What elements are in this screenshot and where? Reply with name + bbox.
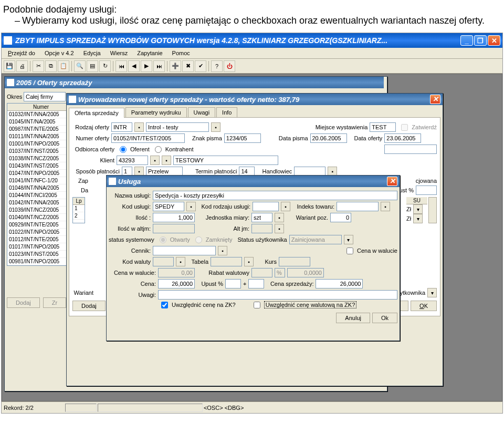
tab-info[interactable]: Info [216,107,237,117]
list-item[interactable]: 01045/INT/NA/2005 [7,118,75,126]
tb-commit-icon[interactable]: ✔ [195,60,206,72]
data-oferty-input[interactable] [384,133,421,143]
tb-cut-icon[interactable]: ✂ [33,60,44,72]
oferent-radio[interactable] [120,146,127,153]
cennik-input[interactable] [153,246,216,255]
rodzaj-input[interactable] [111,122,132,132]
tb-refresh-icon[interactable]: ↻ [99,60,111,72]
menu-przejdz[interactable]: Przejdź do [4,49,39,57]
klient-input[interactable] [117,156,148,165]
dodaj-button[interactable]: Dodaj [7,297,40,308]
list-item[interactable]: 01037/INT/NST/2005 [7,148,75,155]
lov-button[interactable]: ▪ [150,156,160,165]
anuluj-button[interactable]: Anuluj [336,313,370,323]
tb-prev-icon[interactable]: ◀ [128,60,140,72]
uwagi-input[interactable] [158,290,397,300]
tab-oferta[interactable]: Oferta sprzedaży [69,108,124,118]
menu-wiersz[interactable]: Wiersz [106,49,132,57]
tb-save-icon[interactable]: 💾 [4,60,15,72]
tb-exit-icon[interactable]: ⏻ [224,60,235,72]
grid-cell[interactable]: 1 [73,205,85,212]
uw-zk-checkbox[interactable] [161,302,168,308]
list-item[interactable]: 00987/INT/NTE/2005 [7,126,75,133]
lov-button[interactable]: ▪ [244,257,254,266]
upust-input[interactable] [225,279,241,288]
tb-last-icon[interactable]: ⏭ [153,60,165,72]
menu-edycja[interactable]: Edycja [79,49,105,57]
indeks-input[interactable] [337,202,379,211]
close-button[interactable]: ✕ [430,95,440,104]
list-item[interactable]: 01048/INT/NNA/2005 [7,184,75,192]
list-item[interactable]: 01023/INT/NST/2005 [7,251,75,258]
zr-button[interactable]: Zr [43,297,66,308]
tb-next-icon[interactable]: ▶ [141,60,152,72]
list-item[interactable]: 01001/INT/NPO/2005 [7,140,75,148]
list-item[interactable]: 00981/INT/NPO/2005 [7,258,75,265]
close-button[interactable]: ✕ [488,35,500,46]
lov-button[interactable]: ▪ [281,202,290,211]
list-item[interactable]: 01047/INT/NPO/2005 [7,170,75,177]
tb-del-icon[interactable]: ✖ [182,60,194,72]
tb-copy-icon[interactable]: ⧉ [45,60,57,72]
list-item[interactable]: 01012/INT/NTE/2005 [7,236,75,243]
menu-zapytanie[interactable]: Zapytanie [133,49,166,57]
cena-sprz-input[interactable] [316,279,363,288]
tb-paste-icon[interactable]: 📋 [58,60,69,72]
lov-button[interactable]: ▪ [275,224,284,233]
ok-button[interactable]: OK [411,301,437,311]
dropdown-button[interactable]: ▾ [344,235,353,244]
list-item[interactable]: 01041/INT/NFC-1/20 [7,177,75,184]
list-item[interactable]: 01039/INT/NCZ/2005 [7,207,75,214]
tb-first-icon[interactable]: ⏮ [116,60,127,72]
numer-input[interactable] [111,133,185,143]
dodaj-button[interactable]: Dodaj [72,301,106,311]
kod-input[interactable] [153,202,184,211]
list-item[interactable]: 01042/INT/NNA/2005 [7,199,75,207]
jm-input[interactable] [251,213,272,222]
tb-add-icon[interactable]: ➕ [170,60,181,72]
dropdown-button[interactable]: ▾ [427,288,437,297]
list-item[interactable]: 01043/INT/NST/2005 [7,162,75,170]
ok-button[interactable]: Ok [372,313,397,323]
list-item[interactable]: 01022/INT/NPO/2005 [7,229,75,236]
list-item[interactable]: 01032/INT/NNA/2005 [7,111,75,118]
tb-filter-icon[interactable]: ▤ [87,60,98,72]
lov-button[interactable]: ▪ [211,122,220,132]
grid-scrollbar[interactable] [428,197,437,223]
menu-opcje[interactable]: Opcje v 4.2 [40,49,78,57]
okres-input[interactable] [24,92,66,101]
tb-print-icon[interactable]: 🖨 [16,60,28,72]
upust2-input[interactable] [248,279,264,288]
ilosc-input[interactable] [153,213,195,222]
tb-help-icon[interactable]: ? [211,60,223,72]
miejsce-input[interactable] [370,122,396,132]
lov-button[interactable]: ▪ [134,122,144,132]
list-item[interactable]: 00929/INT/NTE/2005 [7,221,75,229]
cena-waluta-checkbox[interactable] [346,248,353,254]
upust-gl-input[interactable] [416,185,437,195]
rodzaj-desc-input[interactable] [146,122,209,132]
list-item[interactable]: 01040/INT/NCZ/2005 [7,214,75,221]
uw-wal-zk-checkbox[interactable] [254,302,260,308]
tab-uwagi[interactable]: Uwagi [188,107,216,117]
nazwa-input[interactable] [153,191,397,200]
data-pisma-input[interactable] [310,133,347,143]
klient-name-input[interactable] [173,156,278,165]
cena-input[interactable] [158,279,195,288]
wariant-input[interactable] [330,213,351,222]
lov-button[interactable]: ▪ [186,202,196,211]
kod-rodzaju-input[interactable] [253,202,279,211]
list-item[interactable]: 01017/INT/NPO/2005 [7,243,75,251]
lov-button[interactable]: ▪ [275,213,284,222]
list-item[interactable]: 01038/INT/NCZ/2005 [7,155,75,162]
maximize-button[interactable]: ❐ [474,35,487,46]
odbiorca-extra-input[interactable] [384,145,437,154]
menu-pomoc[interactable]: Pomoc [168,49,194,57]
lov-button[interactable]: ▪ [218,246,227,255]
tb-search-icon[interactable]: 🔍 [74,60,86,72]
grid-cell[interactable]: 2 [73,212,85,220]
kontrahent-radio[interactable] [155,146,162,153]
offer-list[interactable]: 01032/INT/NNA/200501045/INT/NA/200500987… [7,111,75,265]
lov-button[interactable]: ▪ [162,156,171,165]
list-item[interactable]: 01011/INT/NNA/2005 [7,133,75,140]
